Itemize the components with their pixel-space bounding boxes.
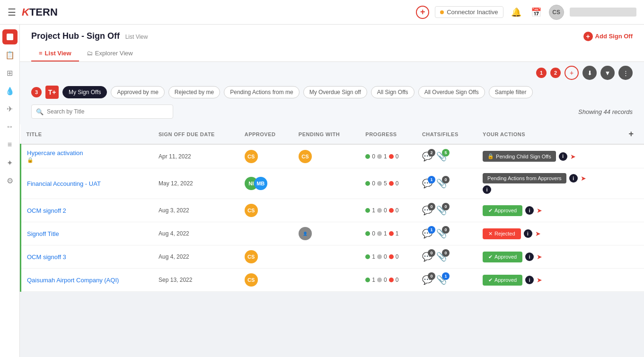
- send-icon[interactable]: ➤: [537, 276, 542, 284]
- file-wrap: 📎 0: [436, 252, 447, 262]
- send-icon[interactable]: ➤: [537, 207, 542, 214]
- filter-all-overdue[interactable]: All Overdue Sign Offs: [418, 86, 485, 98]
- sidebar-icon-settings[interactable]: ⚙: [2, 173, 18, 188]
- info-icon[interactable]: i: [524, 229, 532, 238]
- cell-extra: [623, 168, 644, 199]
- layers-icon[interactable]: ⋮: [618, 66, 633, 80]
- send-icon[interactable]: ➤: [581, 174, 586, 182]
- sidebar-icon-documents[interactable]: 📋: [2, 47, 18, 62]
- cell-due-date: Aug 3, 2022: [153, 199, 239, 222]
- info-icon[interactable]: i: [525, 206, 534, 215]
- progress-num-gray: 1: [384, 230, 387, 237]
- notification-bell-icon[interactable]: 🔔: [509, 5, 523, 19]
- page-header-top: Project Hub - Sign Off List View + Add S…: [31, 31, 633, 41]
- search-input[interactable]: [31, 104, 173, 119]
- dot-gray: [377, 231, 382, 236]
- col-add[interactable]: +: [623, 124, 644, 144]
- filter-sample[interactable]: Sample filter: [489, 86, 533, 98]
- logo-k: K: [22, 6, 29, 18]
- your-actions-row: 🔒 Pending Child Sign Offs i ➤: [483, 151, 617, 162]
- col-pending-with: Pending With: [293, 124, 360, 144]
- filter-icon[interactable]: ▼: [600, 66, 615, 80]
- active-indicator: [7, 34, 13, 40]
- step-badge-2[interactable]: 2: [550, 68, 561, 78]
- connector-status[interactable]: Connector Inactive: [435, 6, 503, 18]
- chat-wrap: 💬 1: [422, 178, 432, 189]
- info-icon[interactable]: i: [569, 174, 578, 183]
- rejected-button[interactable]: ✕ Rejected: [483, 228, 520, 239]
- title-link[interactable]: Qaisumah Airport Company (AQI): [27, 277, 119, 284]
- file-wrap: 📎 0: [436, 178, 447, 189]
- filters-left: 3 T+ My Sign Offs Approved by me Rejecte…: [31, 86, 533, 99]
- approved-button[interactable]: ✔ Approved: [483, 252, 522, 262]
- tab-list-view[interactable]: ≡ List View: [31, 46, 79, 61]
- pending-avatar-img: 👤: [299, 227, 312, 240]
- filter-my-signoffs[interactable]: My Sign Offs: [62, 86, 107, 98]
- tab-explorer-view[interactable]: 🗂 Explorer View: [79, 46, 141, 61]
- filter-type-button[interactable]: T+: [45, 86, 59, 99]
- sidebar-icon-transfer[interactable]: ↔: [2, 119, 18, 134]
- progress-num-green: 1: [372, 253, 375, 260]
- send-icon[interactable]: ➤: [570, 153, 576, 160]
- add-signoff-button[interactable]: + Add Sign Off: [583, 32, 633, 41]
- download-icon[interactable]: ⬇: [582, 66, 597, 80]
- chat-file-cell: 💬 0 📎 0: [422, 252, 471, 262]
- title-link[interactable]: Signoff Title: [27, 230, 59, 237]
- cell-progress: 1 0 0: [360, 269, 416, 292]
- title-link[interactable]: OCM signoff 3: [27, 253, 66, 261]
- sidebar-icon-droplet[interactable]: 💧: [2, 83, 18, 98]
- sidebar-icon-grid[interactable]: ⊞: [2, 65, 18, 80]
- col-progress: Progress: [360, 124, 416, 144]
- chat-file-cell: 💬 1 📎 0: [422, 178, 471, 189]
- cell-approved: NI MB: [239, 168, 293, 199]
- title-link[interactable]: OCM signoff 2: [27, 207, 66, 214]
- action-label: Pending Actions from Approvers: [487, 175, 562, 181]
- cell-pending-with: [293, 168, 360, 199]
- progress-num-gray: 5: [384, 180, 387, 187]
- step-badge-1[interactable]: 1: [536, 68, 547, 78]
- progress-num-green: 1: [372, 277, 375, 283]
- filter-approved-by-me[interactable]: Approved by me: [111, 86, 164, 98]
- lock-small-icon: 🔒: [487, 153, 494, 159]
- info-small-icon[interactable]: i: [483, 185, 491, 194]
- approved-button[interactable]: ✔ Approved: [483, 275, 522, 286]
- global-add-button[interactable]: +: [416, 6, 429, 19]
- sidebar-icon-list[interactable]: ≡: [2, 137, 18, 152]
- title-link[interactable]: Hypercare activation: [27, 149, 83, 157]
- cell-extra: [623, 199, 644, 222]
- filter-all-signoffs[interactable]: All Sign Offs: [371, 86, 415, 98]
- approved-button[interactable]: ✔ Approved: [483, 205, 522, 216]
- filter-my-overdue[interactable]: My Overdue Sign off: [303, 86, 367, 98]
- calendar-icon[interactable]: 📅: [529, 5, 543, 19]
- progress-num-green: 1: [372, 207, 375, 214]
- info-icon[interactable]: i: [525, 253, 534, 261]
- info-icon[interactable]: i: [525, 276, 534, 284]
- cell-pending-with: [293, 199, 360, 222]
- sidebar-icon-active[interactable]: [2, 29, 18, 44]
- search-wrap: 🔍: [31, 104, 173, 119]
- sidebar-icon-send[interactable]: ✈: [2, 101, 18, 116]
- list-view-icon: ≡: [39, 50, 43, 57]
- dot-green: [365, 231, 370, 236]
- hamburger-menu[interactable]: ☰: [8, 7, 16, 18]
- send-icon[interactable]: ➤: [537, 253, 542, 261]
- pending-child-signoffs-button[interactable]: 🔒 Pending Child Sign Offs: [483, 151, 556, 162]
- step-badge-3[interactable]: 3: [31, 87, 42, 97]
- sidebar-icon-star[interactable]: ✦: [2, 155, 18, 170]
- user-avatar[interactable]: CS: [549, 5, 564, 20]
- cell-progress: 0 5 0: [360, 168, 416, 199]
- filter-rejected-by-me[interactable]: Rejected by me: [168, 86, 220, 98]
- progress-num-green: 0: [372, 153, 375, 160]
- filter-all-signoffs-label: All Sign Offs: [377, 89, 408, 96]
- pending-approvers-button[interactable]: Pending Actions from Approvers: [483, 173, 566, 183]
- cell-approved: CS: [239, 245, 293, 269]
- page-title-area: Project Hub - Sign Off List View: [31, 31, 148, 41]
- progress-cell: 0 1 1: [365, 230, 411, 237]
- filter-pending-actions[interactable]: Pending Actions from me: [224, 86, 299, 98]
- title-link[interactable]: Financial Accounting - UAT: [27, 180, 101, 187]
- due-date-text: Sep 13, 2022: [159, 277, 192, 283]
- info-icon[interactable]: i: [559, 152, 567, 161]
- topnav-right: + Connector Inactive 🔔 📅 CS: [416, 5, 636, 20]
- add-filter-button[interactable]: +: [565, 66, 579, 80]
- send-icon[interactable]: ➤: [535, 230, 541, 237]
